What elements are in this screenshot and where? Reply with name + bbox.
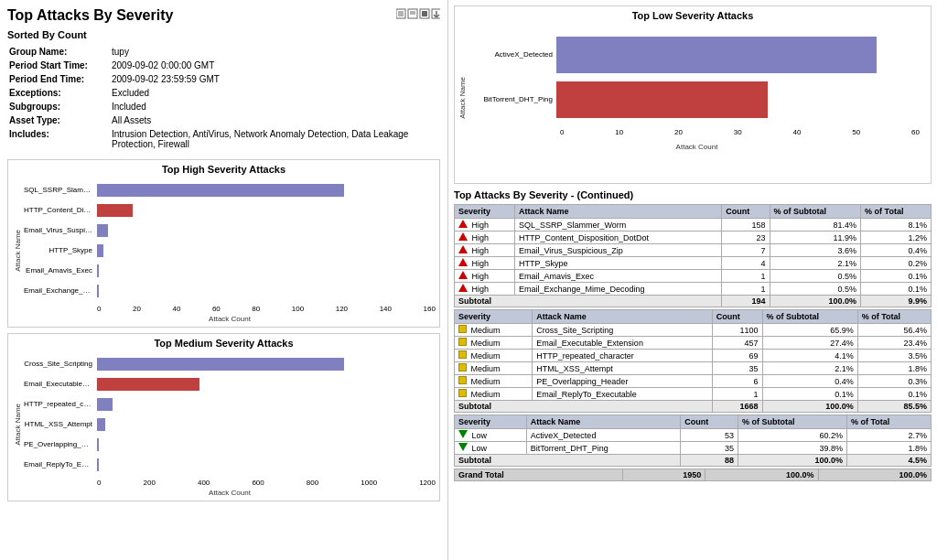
x-tick: 200 xyxy=(144,479,156,487)
high-table-col-pct-total: % of Total xyxy=(861,205,932,219)
medium-chart-xlabel: Attack Count xyxy=(24,489,436,497)
includes-label: Includes: xyxy=(9,128,110,150)
period-end-value: 2009-09-02 23:59:59 GMT xyxy=(112,73,438,85)
severity-low-icon xyxy=(458,443,468,451)
severity-cell: Low xyxy=(455,429,527,442)
x-tick: 800 xyxy=(307,479,318,487)
name-cell: BitTorrent_DHT_Ping xyxy=(526,442,680,455)
bar-label: Email_ReplyTo_Executable xyxy=(24,457,95,473)
table-row: Medium HTML_XSS_Attempt 35 2.1% 1.8% xyxy=(455,362,932,375)
bar-fill xyxy=(97,378,199,391)
sorted-by: Sorted By Count xyxy=(7,29,440,40)
continued-title: Top Attacks By Severity - (Continued) xyxy=(454,189,932,200)
x-tick: 160 xyxy=(424,305,436,313)
table-row: High HTTP_Skype 4 2.1% 0.2% xyxy=(455,257,932,270)
subtotal-pct-total: 4.5% xyxy=(847,455,932,467)
high-chart-body: Attack Name SQL_SSRP_Slammer_Worm HTTP_C… xyxy=(12,178,436,323)
pct-total-cell: 0.1% xyxy=(861,270,932,283)
count-cell: 6 xyxy=(712,375,762,388)
bar-label: HTTP_Skype xyxy=(24,242,95,259)
x-tick: 60 xyxy=(911,128,920,136)
x-tick: 30 xyxy=(734,128,742,136)
severity-medium-icon xyxy=(458,389,467,397)
pct-subtotal-cell: 0.5% xyxy=(770,270,861,283)
low-table-col-pct-total: % of Total xyxy=(847,415,932,429)
bar-label: PE_Overlapping_Header xyxy=(24,436,95,453)
bar-label: Email_Virus_Suspicious_Zip xyxy=(24,222,95,239)
bar-fill xyxy=(97,204,133,217)
count-cell: 158 xyxy=(722,219,770,232)
count-cell: 457 xyxy=(712,337,762,350)
bar-fill xyxy=(97,398,113,411)
toolbar[interactable] xyxy=(396,7,440,20)
svg-rect-8 xyxy=(422,11,427,16)
x-tick: 400 xyxy=(198,479,210,487)
name-cell: Email_Virus_Suspicious_Zip xyxy=(514,244,721,257)
medium-chart-body: Attack Name Cross_Site_Scripting Email_E… xyxy=(12,352,436,497)
pct-total-cell: 1.8% xyxy=(857,362,931,375)
pct-total-cell: 1.2% xyxy=(861,232,932,244)
x-tick: 10 xyxy=(615,128,623,136)
name-cell: Email_ReplyTo_Executable xyxy=(533,388,713,401)
severity-high-icon xyxy=(458,284,468,292)
count-cell: 1100 xyxy=(712,324,762,337)
pct-subtotal-cell: 39.8% xyxy=(738,442,846,455)
x-tick: 0 xyxy=(97,305,101,313)
high-table-col-name: Attack Name xyxy=(514,205,721,219)
table-row: Medium Email_Executable_Extension 457 27… xyxy=(455,337,932,350)
bar-row: Email_ReplyTo_Executable xyxy=(97,457,436,473)
severity-cell: Medium xyxy=(455,362,533,375)
severity-medium-icon xyxy=(458,338,467,346)
x-tick: 50 xyxy=(852,128,860,136)
pct-total-cell: 8.1% xyxy=(861,219,932,232)
severity-cell: Medium xyxy=(455,324,533,337)
bar-fill xyxy=(97,358,344,371)
x-tick: 20 xyxy=(133,305,141,313)
bar-row: SQL_SSRP_Slammer_Worm xyxy=(97,182,436,199)
x-tick: 60 xyxy=(212,305,221,313)
pct-subtotal-cell: 27.4% xyxy=(762,337,857,350)
pct-subtotal-cell: 3.6% xyxy=(770,244,861,257)
subtotal-count: 194 xyxy=(722,296,770,307)
pct-subtotal-cell: 0.4% xyxy=(762,375,857,388)
x-tick: 1200 xyxy=(419,479,436,487)
x-tick: 1000 xyxy=(361,479,377,487)
left-panel: Top Attacks By Severity xyxy=(0,0,448,560)
x-tick: 40 xyxy=(793,128,802,136)
severity-high-icon xyxy=(458,232,468,241)
bar-row: HTML_XSS_Attempt xyxy=(97,416,436,433)
subtotal-pct-subtotal: 100.0% xyxy=(770,296,861,307)
bar-row: Cross_Site_Scripting xyxy=(97,356,436,372)
bar-row: HTTP_repeated_character xyxy=(97,396,436,413)
high-chart-yaxis: Attack Name xyxy=(12,230,24,272)
severity-high-icon xyxy=(458,258,468,266)
bar-label: HTML_XSS_Attempt xyxy=(24,416,95,433)
bar-row: Email_Amavis_Exec xyxy=(97,263,436,279)
period-start-value: 2009-09-02 0:00:00 GMT xyxy=(112,59,438,71)
x-tick: 140 xyxy=(380,305,392,313)
name-cell: SQL_SSRP_Slammer_Worm xyxy=(514,219,721,232)
bar-row: HTTP_Content_Disposition_DotDot xyxy=(97,202,436,219)
table-row: High SQL_SSRP_Slammer_Worm 158 81.4% 8.1… xyxy=(455,219,932,232)
bar-label: HTTP_repeated_character xyxy=(24,396,95,413)
bar-fill xyxy=(97,184,344,197)
table-row: High Email_Exchange_Mime_Decoding 1 0.5%… xyxy=(455,283,932,296)
severity-high-icon xyxy=(458,271,468,279)
name-cell: HTML_XSS_Attempt xyxy=(533,362,713,375)
right-panel: Top Low Severity Attacks Attack Name Act… xyxy=(448,0,937,560)
x-tick: 120 xyxy=(336,305,348,313)
low-table-col-name: Attack Name xyxy=(526,415,680,429)
pct-total-cell: 23.4% xyxy=(857,337,931,350)
asset-type-label: Asset Type: xyxy=(9,114,110,126)
includes-value: Intrusion Detection, AntiVirus, Network … xyxy=(112,128,438,150)
medium-table-col-count: Count xyxy=(712,310,762,324)
subtotal-label: Subtotal xyxy=(455,296,722,307)
count-cell: 53 xyxy=(681,429,738,442)
subtotal-count: 1668 xyxy=(712,401,762,413)
medium-table-col-pct-total: % of Total xyxy=(857,310,931,324)
count-cell: 7 xyxy=(722,244,770,257)
table-row: Medium HTTP_repeated_character 69 4.1% 3… xyxy=(455,350,932,362)
low-bar-row: ActiveX_Detected xyxy=(474,34,920,75)
table-row: Medium PE_Overlapping_Header 6 0.4% 0.3% xyxy=(455,375,932,388)
low-bar-fill xyxy=(556,37,877,73)
